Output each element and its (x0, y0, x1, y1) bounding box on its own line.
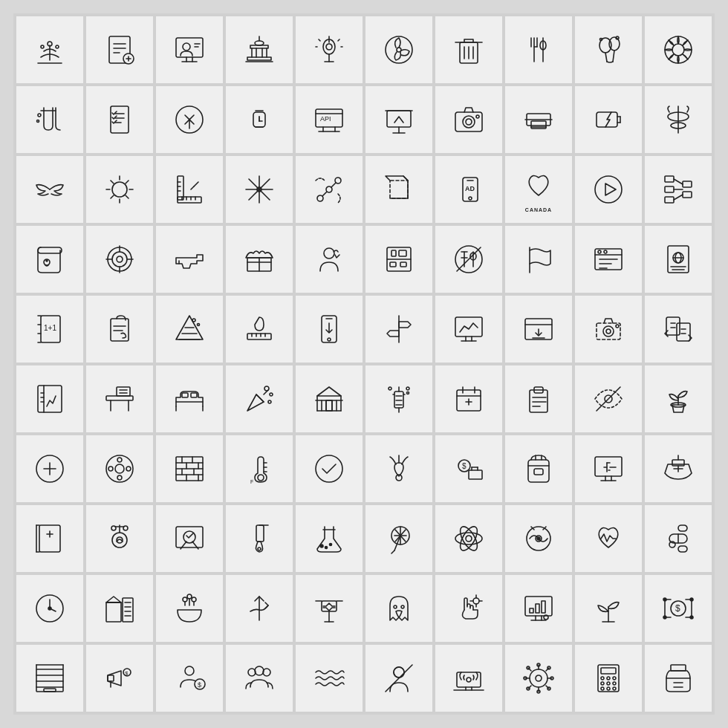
svg-rect-223 (666, 317, 680, 335)
svg-line-33 (319, 39, 320, 41)
clock-icon (16, 575, 83, 642)
notebook-math-icon: 1+1 (16, 296, 83, 363)
svg-rect-337 (39, 525, 60, 552)
svg-point-200 (198, 324, 200, 326)
lamp-star-icon (296, 16, 363, 83)
svg-point-481 (601, 677, 604, 680)
medical-calendar-icon (435, 365, 502, 432)
browser-download-icon (505, 296, 572, 363)
svg-point-358 (325, 547, 328, 549)
svg-line-115 (191, 186, 194, 189)
svg-rect-12 (176, 38, 203, 57)
svg-point-291 (117, 458, 122, 462)
svg-point-32 (326, 44, 332, 50)
svg-point-293 (108, 467, 113, 471)
svg-rect-320 (528, 460, 549, 482)
svg-line-103 (126, 195, 129, 198)
svg-rect-180 (668, 246, 689, 273)
svg-line-104 (126, 181, 129, 183)
plant-money-icon (575, 575, 642, 642)
person-no-icon (365, 645, 432, 712)
svg-rect-201 (247, 334, 271, 339)
calculator-icon (575, 645, 642, 712)
desk-icon (86, 365, 153, 432)
fan-circle-icon (365, 16, 432, 83)
svg-point-268 (406, 387, 409, 390)
svg-point-199 (192, 319, 195, 322)
passport-icon (645, 226, 712, 293)
svg-point-487 (601, 687, 604, 690)
svg-point-135 (595, 176, 622, 203)
pills-icon (645, 505, 712, 572)
svg-rect-61 (111, 106, 129, 133)
svg-point-20 (255, 41, 264, 45)
hand-touch-icon (435, 575, 502, 642)
bible-icon (16, 505, 83, 572)
svg-point-97 (112, 182, 127, 197)
furniture-shelves-icon (365, 226, 432, 293)
svg-point-307 (258, 475, 264, 481)
svg-line-116 (194, 182, 198, 186)
cargo-ship-icon (645, 435, 712, 502)
svg-point-3 (56, 45, 59, 48)
svg-rect-237 (117, 387, 130, 396)
sun-icon (86, 156, 153, 223)
svg-line-245 (256, 394, 264, 402)
bed-icon (156, 365, 223, 432)
svg-point-83 (463, 116, 475, 128)
svg-line-52 (605, 53, 607, 62)
svg-point-368 (455, 533, 482, 545)
scanner-icon (505, 86, 572, 153)
svg-point-290 (115, 464, 124, 473)
badminton-racket-icon (365, 505, 432, 572)
dollar-circuit-icon: $ (645, 575, 712, 642)
brush-icon (226, 505, 293, 572)
fence-house-icon (296, 365, 363, 432)
svg-rect-224 (677, 323, 690, 341)
svg-text:API: API (320, 115, 331, 123)
test-tubes-icon (16, 86, 83, 153)
svg-marker-250 (317, 387, 341, 396)
svg-point-460 (467, 677, 471, 682)
svg-rect-234 (106, 396, 133, 400)
target-icon (86, 226, 153, 293)
atom-science-icon (435, 505, 502, 572)
svg-text:F: F (250, 479, 253, 484)
syringe-icon (365, 365, 432, 432)
svg-rect-22 (247, 57, 271, 60)
svg-point-461 (530, 669, 547, 687)
svg-text:AD: AD (465, 185, 475, 192)
thermometer-icon: F (226, 435, 293, 502)
svg-rect-416 (530, 608, 533, 613)
svg-point-354 (258, 547, 261, 550)
svg-marker-387 (106, 597, 121, 602)
battery-charging-icon (575, 86, 642, 153)
snowflake-icon (226, 156, 293, 223)
people-money-icon: $ (156, 645, 223, 712)
svg-point-452 (263, 669, 270, 676)
heartbeat-icon (575, 505, 642, 572)
camera-settings-icon (575, 296, 642, 363)
svg-rect-140 (683, 181, 692, 187)
svg-line-34 (338, 39, 339, 41)
svg-point-393 (183, 597, 187, 602)
document-add-icon (86, 16, 153, 83)
laboratory-icon (296, 505, 363, 572)
svg-line-171 (457, 247, 481, 271)
svg-rect-141 (683, 192, 692, 198)
checkmark-circle-icon (296, 435, 363, 502)
svg-rect-417 (536, 604, 539, 613)
svg-rect-418 (542, 601, 545, 613)
svg-point-84 (466, 119, 472, 125)
svg-point-292 (117, 475, 122, 480)
svg-rect-480 (601, 668, 616, 674)
gun-icon (156, 226, 223, 293)
celebration-icon (226, 365, 293, 432)
svg-line-144 (674, 195, 683, 200)
svg-point-176 (604, 250, 607, 253)
smartwatch-icon (226, 86, 293, 153)
svg-point-394 (192, 597, 196, 602)
svg-line-126 (331, 183, 336, 187)
plant-pot-icon (645, 365, 712, 432)
svg-point-149 (117, 256, 123, 262)
